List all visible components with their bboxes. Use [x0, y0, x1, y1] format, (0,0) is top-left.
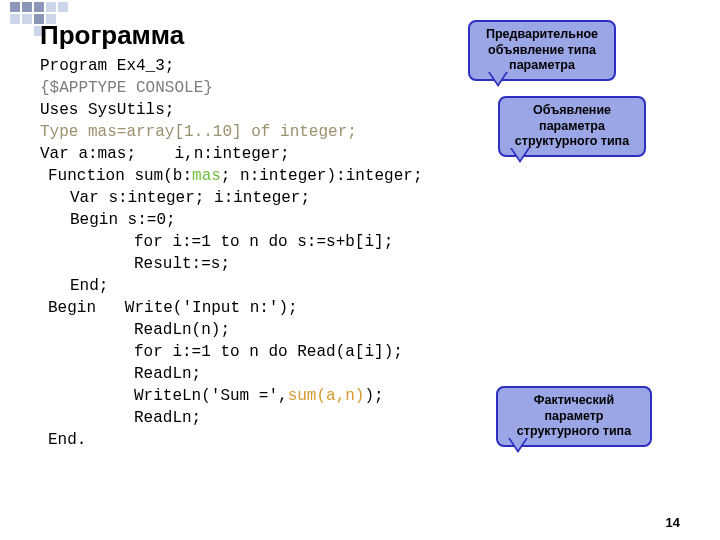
- code-line: ReadLn(n);: [40, 319, 700, 341]
- code-line: for i:=1 to n do s:=s+b[i];: [40, 231, 700, 253]
- code-line: Begin Write('Input n:');: [40, 297, 700, 319]
- callout-tail: [488, 72, 508, 87]
- code-line: for i:=1 to n do Read(a[i]);: [40, 341, 700, 363]
- code-line: Begin s:=0;: [40, 209, 700, 231]
- page-number: 14: [666, 515, 680, 530]
- callout-tail: [510, 148, 530, 163]
- code-line: ReadLn;: [40, 363, 700, 385]
- callout-tail: [508, 438, 528, 453]
- code-line: End;: [40, 275, 700, 297]
- code-line: Result:=s;: [40, 253, 700, 275]
- code-line: Var s:integer; i:integer;: [40, 187, 700, 209]
- code-line: Function sum(b:mas; n:integer):integer;: [40, 165, 700, 187]
